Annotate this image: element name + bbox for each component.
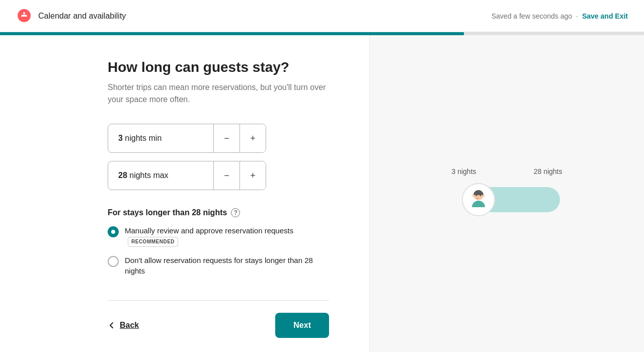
page-subtitle: Shorter trips can mean more reservations… [108,81,329,106]
back-label: Back [120,321,139,330]
max-nights-label: 28 nights max [108,163,213,188]
page-title: How long can guests stay? [108,59,329,75]
header-left: Calendar and availability [16,8,126,24]
range-labels: 3 nights 28 nights [452,167,562,175]
range-label-min: 3 nights [452,167,476,175]
range-label-max: 28 nights [534,167,562,175]
svg-point-3 [472,195,474,197]
stay-controls: 3 nights min − + 28 nights max − + [108,124,329,190]
dot-separator: · [576,12,578,20]
avatar-circle [462,183,495,216]
max-nights-row: 28 nights max − + [108,161,266,190]
max-nights-text: nights max [129,171,168,180]
min-nights-label: 3 nights min [108,126,213,151]
min-nights-row: 3 nights min − + [108,124,266,153]
right-panel: 3 nights 28 nights [370,35,644,352]
min-nights-text: nights min [125,134,162,142]
header-title: Calendar and availability [38,12,126,21]
save-status: Saved a few seconds ago [492,12,572,20]
footer: Back Next [108,300,329,338]
airbnb-logo [16,8,32,24]
longer-stays-section: For stays longer than 28 nights ? Manual… [108,208,329,284]
max-nights-decrease-button[interactable]: − [213,161,239,190]
svg-point-4 [482,195,485,197]
radio-circle-manual [108,226,119,237]
longer-stays-title: For stays longer than 28 nights ? [108,208,329,217]
radio-label-manual-text: Manually review and approve reservation … [125,226,293,235]
back-arrow-icon [108,321,116,329]
range-bar-wrapper [452,180,562,220]
radio-option-manual[interactable]: Manually review and approve reservation … [108,225,329,247]
save-and-exit-link[interactable]: Save and Exit [582,12,628,20]
radio-label-disallow: Don't allow reservation requests for sta… [125,255,329,276]
radio-label-manual: Manually review and approve reservation … [125,225,329,247]
min-nights-value: 3 [118,134,123,142]
min-nights-increase-button[interactable]: + [239,124,266,152]
max-nights-increase-button[interactable]: + [239,161,266,190]
header-right: Saved a few seconds ago · Save and Exit [492,12,628,20]
left-panel: How long can guests stay? Shorter trips … [0,35,370,352]
max-nights-value: 28 [118,171,127,180]
next-button[interactable]: Next [275,313,329,338]
person-illustration [465,186,492,213]
longer-stays-title-text: For stays longer than 28 nights [108,208,227,217]
svg-point-2 [479,195,480,196]
help-icon[interactable]: ? [231,208,240,217]
min-nights-decrease-button[interactable]: − [213,124,239,152]
main-layout: How long can guests stay? Shorter trips … [0,35,644,352]
radio-circle-disallow [108,256,119,267]
back-button[interactable]: Back [108,321,139,330]
recommended-badge: RECOMMENDED [128,237,178,247]
app-header: Calendar and availability Saved a few se… [0,0,644,32]
radio-option-disallow[interactable]: Don't allow reservation requests for sta… [108,255,329,276]
svg-point-1 [475,195,476,196]
radio-label-disallow-text: Don't allow reservation requests for sta… [125,256,313,275]
illustration-container: 3 nights 28 nights [452,167,562,220]
